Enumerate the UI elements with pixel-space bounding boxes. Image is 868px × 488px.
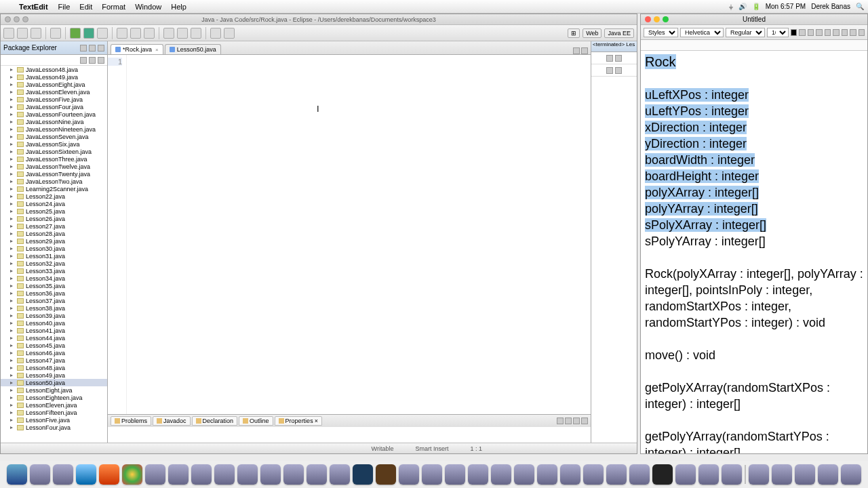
new-button[interactable] [3, 28, 14, 39]
textedit-ruler[interactable] [641, 40, 867, 51]
textedit-icon[interactable] [722, 464, 742, 485]
run-button[interactable] [70, 28, 81, 39]
tree-item[interactable]: ▸JavaLessonEleven.java [1, 88, 107, 96]
tree-item[interactable]: ▸LessonEleven.java [1, 401, 107, 409]
tree-item[interactable]: ▸LessonFive.java [1, 416, 107, 424]
app-icon[interactable] [283, 464, 304, 485]
ical-icon[interactable] [145, 464, 165, 485]
declaration-tab[interactable]: Declaration [192, 416, 238, 426]
app-icon[interactable] [422, 464, 442, 485]
font-family-select[interactable]: Helvetica [680, 28, 724, 37]
app-icon[interactable] [537, 464, 557, 485]
app-icon[interactable] [445, 464, 465, 485]
text-color-icon[interactable] [791, 29, 797, 36]
downloads-icon[interactable] [749, 464, 769, 485]
maximize-view-icon[interactable] [98, 45, 104, 52]
toggle-icon[interactable] [606, 67, 613, 74]
eclipse-titlebar[interactable]: Java - Java Code/src/Rock.java - Eclipse… [1, 14, 637, 25]
focus-icon[interactable] [98, 57, 104, 64]
tree-item[interactable]: ▸JavaLesson48.java [1, 66, 107, 73]
close-icon[interactable] [5, 16, 11, 22]
tree-item[interactable]: ▸JavaLessonNineteen.java [1, 125, 107, 133]
tree-item[interactable]: ▸Lesson33.java [1, 267, 107, 274]
maximize-view-icon[interactable] [581, 418, 588, 424]
tree-item[interactable]: ▸Lesson46.java [1, 349, 107, 357]
link-editor-icon[interactable] [89, 57, 96, 64]
tree-item[interactable]: ▸Lesson44.java [1, 334, 107, 342]
minimize-editor-icon[interactable] [573, 47, 580, 54]
menu-window[interactable]: Window [135, 3, 161, 11]
tree-item[interactable]: ▸Lesson36.java [1, 289, 107, 297]
firefox-icon[interactable] [99, 464, 119, 485]
app-icon[interactable] [629, 464, 650, 485]
search-button[interactable] [177, 28, 188, 39]
dashboard-icon[interactable] [30, 464, 50, 485]
tree-item[interactable]: ▸Lesson29.java [1, 237, 107, 245]
debug-button[interactable] [83, 28, 94, 39]
tree-item[interactable]: ▸Lesson49.java [1, 371, 107, 379]
package-explorer-tree[interactable]: ▸JavaLesson48.java▸JavaLesson49.java▸Jav… [1, 66, 107, 443]
tree-item[interactable]: ▸JavaLessonFive.java [1, 96, 107, 103]
app-icon[interactable] [330, 464, 350, 485]
remove-icon[interactable] [606, 55, 613, 62]
tree-item[interactable]: ▸Lesson32.java [1, 260, 107, 267]
menu-file[interactable]: File [58, 3, 71, 11]
save-button[interactable] [17, 28, 28, 39]
italic-button[interactable] [808, 29, 814, 36]
properties-tab[interactable]: Properties× [275, 416, 322, 426]
perspective-javaee[interactable]: Java EE [604, 28, 634, 38]
trash-icon[interactable] [841, 464, 861, 485]
folder-icon[interactable] [818, 464, 838, 485]
zoom-icon[interactable] [663, 16, 669, 22]
tree-item[interactable]: ▸Lesson25.java [1, 207, 107, 215]
terminal-icon[interactable] [652, 464, 673, 485]
safari-icon[interactable] [76, 464, 96, 485]
app-icon[interactable] [675, 464, 696, 485]
illustrator-icon[interactable] [376, 464, 396, 485]
tree-item[interactable]: ▸Lesson38.java [1, 304, 107, 312]
perspective-web[interactable]: Web [583, 28, 601, 38]
tree-item[interactable]: ▸LessonFifteen.java [1, 409, 107, 416]
finder-icon[interactable] [7, 464, 27, 485]
underline-button[interactable] [816, 29, 822, 36]
javadoc-tab[interactable]: Javadoc [153, 416, 191, 426]
align-center-button[interactable] [833, 29, 839, 36]
save-all-button[interactable] [31, 28, 41, 39]
launchpad-icon[interactable] [53, 464, 73, 485]
tree-item[interactable]: ▸Lesson47.java [1, 357, 107, 364]
app-icon[interactable] [260, 464, 281, 485]
nav-forward-button[interactable] [224, 28, 235, 39]
minimize-view-icon[interactable] [573, 418, 580, 424]
external-tools-button[interactable] [97, 28, 108, 39]
chrome-icon[interactable] [122, 464, 142, 485]
minimize-view-icon[interactable] [89, 45, 96, 52]
documents-icon[interactable] [772, 464, 792, 485]
appstore-icon[interactable] [191, 464, 212, 485]
print-button[interactable] [50, 28, 61, 39]
minimize-icon[interactable] [654, 16, 660, 22]
open-type-button[interactable] [163, 28, 174, 39]
minimize-icon[interactable] [14, 16, 20, 22]
view-menu-icon[interactable] [565, 418, 572, 424]
spotlight-icon[interactable]: 🔍 [856, 3, 864, 10]
tree-item[interactable]: ▸JavaLesson49.java [1, 73, 107, 81]
new-project-button[interactable] [117, 28, 127, 39]
wifi-icon[interactable]: ⏚ [729, 3, 733, 10]
collapse-all-icon[interactable] [80, 57, 87, 64]
tree-item[interactable]: ▸Lesson40.java [1, 319, 107, 327]
options-icon[interactable] [615, 67, 622, 74]
tree-item[interactable]: ▸JavaLessonEight.java [1, 81, 107, 88]
outline-tab[interactable]: Outline [239, 416, 273, 426]
menu-help[interactable]: Help [171, 3, 186, 11]
tree-item[interactable]: ▸LessonFour.java [1, 424, 107, 431]
tree-item[interactable]: ▸Lesson50.java [1, 379, 107, 386]
tree-item[interactable]: ▸Lesson37.java [1, 297, 107, 304]
app-icon[interactable] [698, 464, 719, 485]
code-area[interactable]: I [127, 55, 591, 414]
close-tab-icon[interactable]: × [315, 418, 318, 424]
view-menu-icon[interactable] [80, 45, 87, 52]
font-style-select[interactable]: Regular [726, 28, 765, 37]
remove-all-icon[interactable] [615, 55, 622, 62]
vlc-icon[interactable] [560, 464, 580, 485]
mail-icon[interactable] [214, 464, 235, 485]
